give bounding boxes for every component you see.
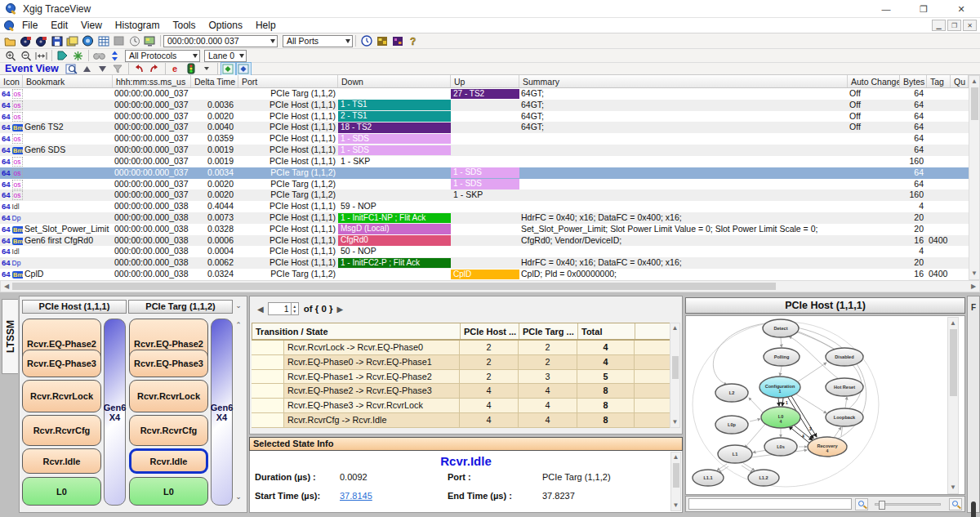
save-icon[interactable] — [50, 35, 64, 47]
transition-row[interactable]: Rcvr.RcvrLock -> Rcvr.EQ-Phase0224 — [252, 341, 670, 355]
save-all-icon[interactable] — [65, 35, 79, 47]
transition-row[interactable]: Rcvr.EQ-Phase2 -> Rcvr.EQ-Phase3448 — [252, 384, 670, 399]
event-table-vscrollbar[interactable]: ▲ ▼ — [969, 75, 980, 280]
menu-view[interactable]: View — [74, 18, 109, 33]
column-header-port[interactable]: Port — [238, 75, 338, 87]
transition-row[interactable]: Rcvr.RcvrCfg -> Rcvr.Idle448 — [252, 413, 670, 428]
scroll-right-icon[interactable]: ▶ — [969, 283, 978, 290]
table-row[interactable]: 64os000:00:00.000_0370.0036PCIe Host (1,… — [0, 100, 969, 111]
expert-view-icon[interactable] — [375, 35, 389, 47]
state-node-hot-reset[interactable]: Hot Reset — [826, 378, 863, 396]
packet-bar[interactable]: 1 - SDS — [338, 134, 451, 145]
packet-bar[interactable]: 18 - TS2 — [338, 123, 451, 133]
filter-icon[interactable] — [111, 63, 125, 75]
table-row[interactable]: 64os000:00:00.000_0370.0020PCIe Targ (1,… — [0, 179, 969, 190]
scroll-up-icon[interactable]: ▲ — [670, 325, 679, 332]
zoom-out-button[interactable] — [855, 498, 868, 510]
jump-back-icon[interactable] — [132, 63, 146, 75]
packet-bar[interactable]: 1 - SDS — [338, 145, 451, 156]
help-icon[interactable]: ? — [406, 35, 420, 47]
total-header[interactable]: Total — [578, 323, 635, 339]
mdi-minimize-button[interactable]: ▁ — [932, 20, 946, 31]
table-row[interactable]: 64Dp000:00:00.000_0380.0073PCIe Host (1,… — [0, 212, 969, 224]
find-error-icon[interactable]: e — [169, 63, 183, 75]
ports-combo[interactable]: All Ports — [283, 35, 353, 47]
grid-view-icon[interactable] — [96, 35, 110, 47]
state-node-l1-1[interactable]: L1.1 — [693, 470, 724, 486]
ltssm-scroll-down-icon[interactable]: ⌄ — [233, 492, 244, 501]
ltssm-state-rcvr-rcvrcfg[interactable]: Rcvr.RcvrCfg — [129, 415, 208, 446]
pcie-host-header[interactable]: PCIe Host ... — [461, 323, 519, 339]
state-node-l2[interactable]: L2 — [715, 384, 748, 402]
marker-toggle-icon[interactable] — [221, 63, 235, 75]
packet-bar[interactable]: CplD — [451, 270, 519, 280]
transition-table-scrollbar[interactable]: ▲ ▼ — [670, 323, 680, 428]
packet-bar[interactable]: MsgD (Local) — [338, 224, 451, 234]
find-event-icon[interactable] — [65, 63, 78, 75]
protocols-combo[interactable]: All Protocols — [125, 50, 200, 62]
packet-bar[interactable]: CfgRd0 — [338, 235, 451, 246]
ltssm-side-tab[interactable]: LTSSM — [2, 299, 18, 374]
trigger-light-icon[interactable] — [185, 63, 198, 75]
expert-debug-icon[interactable] — [390, 35, 404, 47]
table-row[interactable]: 64os000:00:00.000_037PCIe Targ (1,1,2)27… — [0, 88, 969, 100]
spin-down-icon[interactable]: ▼ — [292, 309, 296, 314]
state-info-scrollbar[interactable]: ▲ ▼ — [670, 452, 681, 511]
packet-bar[interactable]: 2 - TS1 — [338, 111, 451, 122]
menu-options[interactable]: Options — [203, 18, 249, 33]
snowflake-icon[interactable] — [71, 50, 85, 62]
ltssm-state-rcvr-rcvrcfg[interactable]: Rcvr.RcvrCfg — [22, 415, 101, 446]
pcie-targ-header[interactable]: PCIe Targ ... — [519, 323, 578, 339]
stop-icon[interactable] — [112, 35, 126, 47]
column-header-bookmark[interactable]: Bookmark — [23, 75, 113, 87]
table-row[interactable]: 64Idl000:00:00.000_0380.0004PCIe Host (1… — [0, 246, 969, 257]
column-header-down[interactable]: Down — [338, 75, 451, 87]
ltssm-state-rcvr-eq-phase3[interactable]: Rcvr.EQ-Phase3 — [22, 350, 101, 377]
time-position-combo[interactable]: 000:00:00.000 037 — [163, 35, 278, 47]
table-row[interactable]: 64os000:00:00.000_0370.0020PCIe Host (1,… — [0, 111, 969, 123]
packet-bar[interactable]: 1 - TS1 — [338, 100, 451, 110]
column-header-bytes[interactable]: Bytes — [900, 75, 927, 87]
table-row[interactable]: 64BmGen6 TS2000:00:00.000_0370.0040PCIe … — [0, 122, 969, 133]
minimize-button[interactable]: — — [867, 0, 905, 18]
ltssm-port-header[interactable]: PCIe Host (1,1,1) — [22, 300, 127, 314]
lane-combo[interactable]: Lane 0 — [204, 50, 247, 62]
ltssm-state-l0[interactable]: L0 — [22, 477, 101, 506]
zoom-out-icon[interactable] — [19, 50, 33, 62]
ltssm-state-rcvr-rcvrlock[interactable]: Rcvr.RcvrLock — [129, 380, 208, 412]
transition-state-header[interactable]: Transition / State — [252, 323, 461, 339]
start-time-link[interactable]: 37.8145 — [340, 491, 372, 501]
search-binoculars-icon[interactable] — [92, 50, 106, 62]
jump-forward-icon[interactable] — [148, 63, 162, 75]
ltssm-state-rcvr-idle[interactable]: Rcvr.Idle — [129, 448, 208, 474]
column-header-up[interactable]: Up — [451, 75, 519, 87]
scroll-down-icon[interactable]: ▼ — [670, 419, 679, 426]
swap-direction-icon[interactable] — [108, 50, 122, 62]
packet-bar[interactable]: 1 - SDS — [451, 167, 519, 178]
table-row[interactable]: 64BmGen6 first CfgRd0000:00:00.000_0380.… — [0, 235, 969, 247]
ltssm-port-header[interactable]: PCIe Targ (1,1,2) — [128, 300, 233, 314]
column-header-auto-change[interactable]: Auto Change — [848, 75, 900, 87]
state-node-l0s[interactable]: L0s — [764, 438, 797, 456]
ltssm-state-rcvr-idle[interactable]: Rcvr.Idle — [22, 448, 101, 474]
state-node-detect[interactable]: Detect — [763, 319, 799, 337]
ltssm-state-l0[interactable]: L0 — [129, 477, 208, 506]
prev-event-icon[interactable] — [80, 63, 94, 75]
scroll-up-icon[interactable]: ▲ — [948, 320, 958, 327]
packet-bar[interactable]: 1 - InitFC1-NP ; Flit Ack — [338, 213, 451, 224]
state-diagram[interactable]: DetectPollingDisabledConfiguration1Hot R… — [686, 316, 947, 494]
nav-prev-icon[interactable]: ◀ — [253, 305, 268, 314]
packet-bar[interactable]: 1 - SDS — [451, 179, 519, 189]
tag-icon[interactable] — [56, 50, 69, 62]
table-row[interactable]: 64os000:00:00.000_0370.0359PCIe Host (1,… — [0, 133, 969, 145]
event-table-hscrollbar[interactable]: ◀ ▶ — [0, 280, 980, 292]
zoom-slider[interactable] — [875, 503, 941, 506]
table-row[interactable]: 64os000:00:00.000_0370.0020PCIe Targ (1,… — [0, 189, 969, 201]
scroll-down-icon[interactable]: ▼ — [671, 502, 680, 509]
table-row[interactable]: 64os000:00:00.000_0370.0034PCIe Targ (1,… — [0, 167, 969, 179]
state-node-l1-2[interactable]: L1.2 — [748, 470, 779, 486]
table-row[interactable]: 64BmCplD000:00:00.000_0380.0324PCIe Targ… — [0, 269, 969, 280]
next-event-icon[interactable] — [96, 63, 109, 75]
scroll-left-icon[interactable]: ◀ — [2, 283, 11, 290]
scroll-up-icon[interactable]: ▲ — [969, 78, 979, 85]
